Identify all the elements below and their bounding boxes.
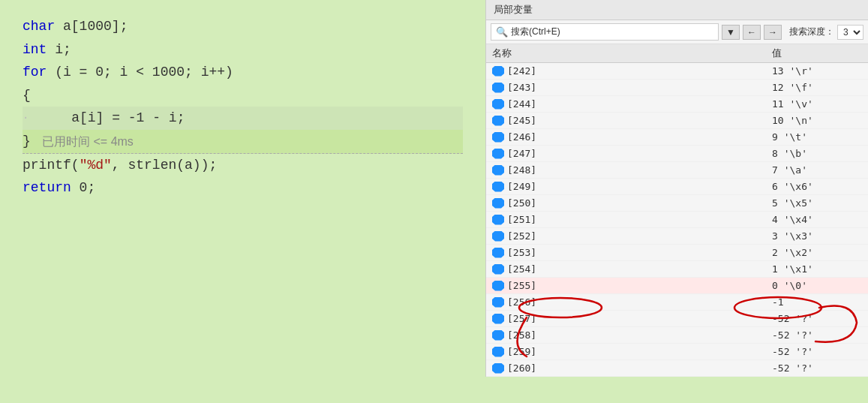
cube-icon — [492, 314, 504, 324]
row-index: [256] — [507, 296, 772, 308]
cube-icon — [492, 99, 504, 110]
row-index: [254] — [507, 263, 772, 275]
row-value: 1 '\x1' — [772, 263, 862, 275]
code-panel: char a[1000]; int i; for (i = 0; i < 100… — [0, 0, 485, 403]
row-index: [260] — [507, 362, 772, 374]
debug-row[interactable]: [254]1 '\x1' — [486, 261, 868, 278]
row-value: -52 '?' — [772, 346, 862, 357]
debug-row[interactable]: [257]-52 '?' — [486, 311, 868, 327]
cube-icon — [492, 363, 504, 374]
cube-icon — [492, 215, 504, 225]
debug-row[interactable]: [249]6 '\x6' — [486, 179, 868, 195]
row-value: 12 '\f' — [772, 82, 862, 93]
code-line-assign: · a[i] = -1 - i; — [23, 107, 463, 130]
code-line-int: int i; — [23, 38, 463, 62]
row-index: [242] — [507, 65, 772, 77]
cube-icon — [492, 347, 504, 357]
row-value: 7 '\a' — [772, 164, 862, 176]
row-index: [245] — [507, 115, 772, 126]
debug-row[interactable]: [247]8 '\b' — [486, 146, 868, 162]
debug-title: 局部变量 — [486, 0, 868, 20]
row-value: 8 '\b' — [772, 148, 862, 159]
cube-icon — [492, 116, 504, 126]
row-value: 6 '\x6' — [772, 181, 862, 192]
row-index: [247] — [507, 148, 772, 159]
row-index: [250] — [507, 197, 772, 209]
col-name-header: 名称 — [492, 47, 772, 60]
depth-label: 搜索深度： — [789, 26, 834, 38]
debug-panel-wrapper: 局部变量 🔍 搜索(Ctrl+E) ▼ ← → 搜索深度： 3 1 2 4 5 … — [485, 0, 868, 403]
code-line-char: char a[1000]; — [23, 15, 463, 38]
row-value: -1 — [772, 296, 862, 308]
cube-icon — [492, 83, 504, 93]
search-icon: 🔍 — [496, 26, 508, 38]
row-index: [258] — [507, 329, 772, 341]
debug-row[interactable]: [259]-52 '?' — [486, 344, 868, 360]
row-value: 4 '\x4' — [772, 214, 862, 225]
row-value: 13 '\r' — [772, 65, 862, 77]
row-index: [257] — [507, 313, 772, 324]
elapsed-text: 已用时间 <= 4ms — [39, 131, 134, 152]
debug-list[interactable]: [242]13 '\r'[243]12 '\f'[244]11 '\v'[245… — [486, 63, 868, 377]
cube-icon — [492, 182, 504, 192]
row-index: [252] — [507, 230, 772, 242]
keyword-char: char — [23, 15, 55, 38]
row-value: 9 '\t' — [772, 131, 862, 143]
debug-row[interactable]: [253]2 '\x2' — [486, 245, 868, 261]
code-line-brace-open: { — [23, 84, 463, 107]
row-value: 0 '\0' — [772, 280, 862, 291]
cube-icon — [492, 281, 504, 291]
row-index: [255] — [507, 280, 772, 291]
code-line-for: for (i = 0; i < 1000; i++) — [23, 61, 463, 84]
nav-left-button[interactable]: ← — [743, 25, 761, 40]
depth-select[interactable]: 3 1 2 4 5 — [837, 25, 863, 40]
debug-row[interactable]: [260]-52 '?' — [486, 360, 868, 377]
code-line-return: return 0; — [23, 176, 463, 200]
debug-table-header: 名称 值 — [486, 44, 868, 63]
debug-row[interactable]: [252]3 '\x3' — [486, 228, 868, 245]
debug-panel: 局部变量 🔍 搜索(Ctrl+E) ▼ ← → 搜索深度： 3 1 2 4 5 … — [485, 0, 868, 377]
debug-row[interactable]: [244]11 '\v' — [486, 96, 868, 113]
search-options-button[interactable]: ▼ — [722, 25, 740, 40]
row-index: [249] — [507, 181, 772, 192]
row-value: 2 '\x2' — [772, 247, 862, 258]
row-value: 3 '\x3' — [772, 230, 862, 242]
row-index: [246] — [507, 131, 772, 143]
cube-icon — [492, 330, 504, 341]
debug-row[interactable]: [256]-1 — [486, 294, 868, 311]
debug-row[interactable]: [243]12 '\f' — [486, 80, 868, 96]
debug-row[interactable]: [255]0 '\0' — [486, 278, 868, 294]
keyword-return: return — [23, 176, 71, 200]
row-value: 5 '\x5' — [772, 197, 862, 209]
debug-row[interactable]: [242]13 '\r' — [486, 63, 868, 80]
row-value: 11 '\v' — [772, 98, 862, 110]
line-gutter: · — [23, 110, 36, 128]
cube-icon — [492, 132, 504, 143]
keyword-for: for — [23, 61, 47, 84]
cube-icon — [492, 165, 504, 176]
debug-row[interactable]: [248]7 '\a' — [486, 162, 868, 179]
cube-icon — [492, 149, 504, 159]
cube-icon — [492, 231, 504, 242]
row-index: [251] — [507, 214, 772, 225]
debug-row[interactable]: [246]9 '\t' — [486, 129, 868, 146]
search-box[interactable]: 🔍 搜索(Ctrl+E) — [491, 23, 719, 41]
row-value: 10 '\n' — [772, 115, 862, 126]
debug-row[interactable]: [251]4 '\x4' — [486, 212, 868, 228]
debug-row[interactable]: [258]-52 '?' — [486, 327, 868, 344]
cube-icon — [492, 297, 504, 308]
col-value-header: 值 — [772, 47, 862, 60]
code-line-elapsed: } 已用时间 <= 4ms — [23, 130, 463, 154]
row-value: -52 '?' — [772, 362, 862, 374]
row-value: -52 '?' — [772, 313, 862, 324]
nav-right-button[interactable]: → — [764, 25, 782, 40]
code-line-printf: printf("%d", strlen(a)); — [23, 154, 463, 177]
cube-icon — [492, 264, 504, 275]
debug-row[interactable]: [250]5 '\x5' — [486, 195, 868, 212]
row-value: -52 '?' — [772, 329, 862, 341]
debug-row[interactable]: [245]10 '\n' — [486, 113, 868, 129]
cube-icon — [492, 248, 504, 258]
row-index: [244] — [507, 98, 772, 110]
row-index: [248] — [507, 164, 772, 176]
cube-icon — [492, 66, 504, 77]
